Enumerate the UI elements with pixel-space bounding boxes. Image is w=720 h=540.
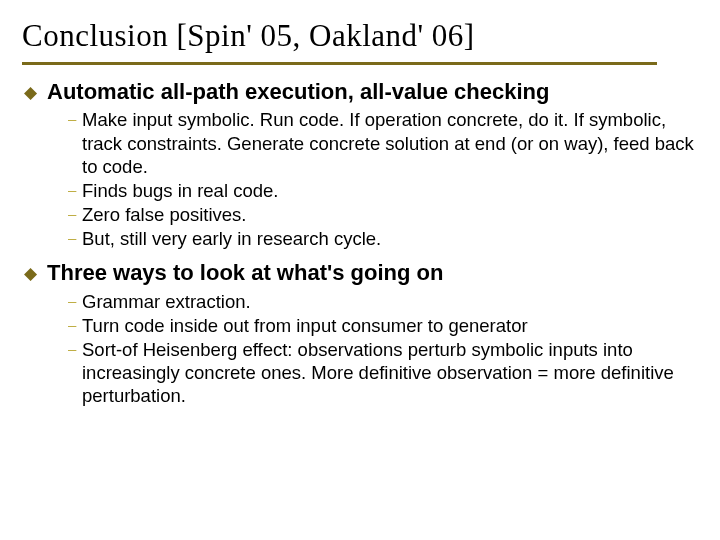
diamond-bullet-icon: ◆ xyxy=(24,81,37,105)
sub-list: – Make input symbolic. Run code. If oper… xyxy=(24,108,698,250)
point-heading: Automatic all-path execution, all-value … xyxy=(47,79,549,105)
dash-bullet-icon: – xyxy=(68,290,82,312)
diamond-bullet-icon: ◆ xyxy=(24,262,37,286)
sub-text: Sort-of Heisenberg effect: observations … xyxy=(82,338,698,407)
dash-bullet-icon: – xyxy=(68,179,82,201)
dash-bullet-icon: – xyxy=(68,203,82,225)
sub-bullet-item: – Turn code inside out from input consum… xyxy=(68,314,698,337)
sub-text: Grammar extraction. xyxy=(82,290,251,313)
title-underline xyxy=(22,62,657,65)
dash-bullet-icon: – xyxy=(68,108,82,130)
sub-list: – Grammar extraction. – Turn code inside… xyxy=(24,290,698,408)
dash-bullet-icon: – xyxy=(68,338,82,360)
sub-text: Make input symbolic. Run code. If operat… xyxy=(82,108,698,177)
sub-text: Zero false positives. xyxy=(82,203,247,226)
bullet-point: ◆ Three ways to look at what's going on xyxy=(24,260,698,286)
sub-bullet-item: – Finds bugs in real code. xyxy=(68,179,698,202)
sub-text: But, still very early in research cycle. xyxy=(82,227,381,250)
sub-text: Finds bugs in real code. xyxy=(82,179,278,202)
dash-bullet-icon: – xyxy=(68,314,82,336)
sub-bullet-item: – Zero false positives. xyxy=(68,203,698,226)
slide-content: ◆ Automatic all-path execution, all-valu… xyxy=(22,79,698,407)
slide: Conclusion [Spin' 05, Oakland' 06] ◆ Aut… xyxy=(0,0,720,540)
point-heading: Three ways to look at what's going on xyxy=(47,260,443,286)
sub-bullet-item: – Grammar extraction. xyxy=(68,290,698,313)
dash-bullet-icon: – xyxy=(68,227,82,249)
sub-bullet-item: – Sort-of Heisenberg effect: observation… xyxy=(68,338,698,407)
bullet-point: ◆ Automatic all-path execution, all-valu… xyxy=(24,79,698,105)
sub-bullet-item: – But, still very early in research cycl… xyxy=(68,227,698,250)
slide-title: Conclusion [Spin' 05, Oakland' 06] xyxy=(22,18,698,60)
sub-bullet-item: – Make input symbolic. Run code. If oper… xyxy=(68,108,698,177)
sub-text: Turn code inside out from input consumer… xyxy=(82,314,528,337)
